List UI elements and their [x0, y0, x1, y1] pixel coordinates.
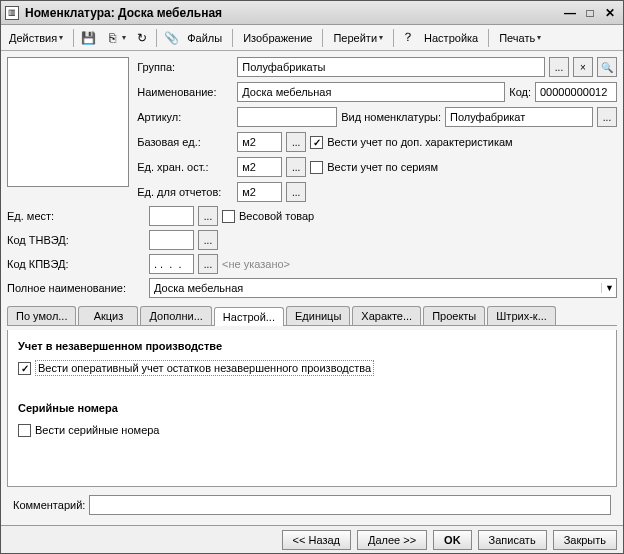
tab-default[interactable]: По умол... — [7, 306, 76, 325]
back-button[interactable]: << Назад — [282, 530, 351, 550]
refresh-icon[interactable]: ↻ — [134, 30, 150, 46]
group-clear-button[interactable]: × — [573, 57, 593, 77]
kpved-more-button[interactable]: ... — [198, 254, 218, 274]
group-label: Группа: — [137, 61, 233, 73]
print-menu[interactable]: Печать▾ — [495, 30, 545, 46]
nomtype-more-button[interactable]: ... — [597, 107, 617, 127]
repunit-label: Ед. для отчетов: — [137, 186, 233, 198]
baseunit-input[interactable] — [237, 132, 282, 152]
weight-checkbox[interactable] — [222, 210, 235, 223]
image-menu[interactable]: Изображение — [239, 30, 316, 46]
next-button[interactable]: Далее >> — [357, 530, 427, 550]
placeunit-more-button[interactable]: ... — [198, 206, 218, 226]
fullname-input[interactable]: Доска мебельная ▼ — [149, 278, 617, 298]
kpved-hint: <не указано> — [222, 258, 290, 270]
kpved-input[interactable] — [149, 254, 194, 274]
name-input[interactable] — [237, 82, 505, 102]
tnved-label: Код ТНВЭД: — [7, 234, 145, 246]
baseunit-more-button[interactable]: ... — [286, 132, 306, 152]
window-title: Номенклатура: Доска мебельная — [25, 6, 559, 20]
tnved-more-button[interactable]: ... — [198, 230, 218, 250]
actions-menu[interactable]: Действия▾ — [5, 30, 67, 46]
app-icon: ▥ — [5, 6, 19, 20]
wip-checkbox[interactable]: ✓ — [18, 362, 31, 375]
files-menu[interactable]: Файлы — [183, 30, 226, 46]
sku-label: Артикул: — [137, 111, 233, 123]
fullname-label: Полное наименование: — [7, 282, 145, 294]
baseunit-label: Базовая ед.: — [137, 136, 233, 148]
weight-label: Весовой товар — [239, 210, 314, 222]
repunit-input[interactable] — [237, 182, 282, 202]
tabs: По умол... Акциз Дополни... Настрой... Е… — [7, 306, 617, 326]
group-more-button[interactable]: ... — [549, 57, 569, 77]
toolbar: Действия▾ 💾 ⎘▾ ↻ 📎 Файлы Изображение Пер… — [1, 25, 623, 51]
series-checkbox[interactable] — [310, 161, 323, 174]
image-placeholder[interactable] — [7, 57, 129, 187]
nomtype-input[interactable] — [445, 107, 593, 127]
tab-barcodes[interactable]: Штрих-к... — [487, 306, 556, 325]
serials-label: Вести серийные номера — [35, 424, 159, 436]
tab-excise[interactable]: Акциз — [78, 306, 138, 325]
wip-label: Вести оперативный учет остатков незаверш… — [35, 360, 374, 376]
storunit-label: Ед. хран. ост.: — [137, 161, 233, 173]
goto-menu[interactable]: Перейти▾ — [329, 30, 387, 46]
window: ▥ Номенклатура: Доска мебельная — □ ✕ Де… — [0, 0, 624, 554]
save-icon[interactable]: 💾 — [80, 30, 96, 46]
attach-icon[interactable]: 📎 — [163, 30, 179, 46]
addlchars-label: Вести учет по доп. характеристикам — [327, 136, 512, 148]
tab-settings[interactable]: Настрой... — [214, 307, 284, 326]
nomtype-label: Вид номенклатуры: — [341, 111, 441, 123]
storunit-input[interactable] — [237, 157, 282, 177]
comment-input[interactable] — [89, 495, 611, 515]
tnved-input[interactable] — [149, 230, 194, 250]
group-input[interactable] — [237, 57, 545, 77]
sku-input[interactable] — [237, 107, 337, 127]
copy-icon[interactable]: ⎘▾ — [100, 28, 130, 48]
code-input[interactable] — [535, 82, 617, 102]
save-button[interactable]: Записать — [478, 530, 547, 550]
content: Группа: ... × 🔍 Наименование: Код: Артик… — [1, 51, 623, 525]
comment-label: Комментарий: — [13, 499, 85, 511]
placeunit-label: Ед. мест: — [7, 210, 145, 222]
bottom-bar: << Назад Далее >> OK Записать Закрыть — [1, 525, 623, 553]
close-window-button[interactable]: ✕ — [601, 5, 619, 21]
tab-projects[interactable]: Проекты — [423, 306, 485, 325]
titlebar: ▥ Номенклатура: Доска мебельная — □ ✕ — [1, 1, 623, 25]
serials-checkbox[interactable] — [18, 424, 31, 437]
maximize-button[interactable]: □ — [581, 5, 599, 21]
group-search-button[interactable]: 🔍 — [597, 57, 617, 77]
repunit-more-button[interactable]: ... — [286, 182, 306, 202]
tab-additional[interactable]: Дополни... — [140, 306, 211, 325]
addlchars-checkbox[interactable]: ✓ — [310, 136, 323, 149]
minimize-button[interactable]: — — [561, 5, 579, 21]
wip-section-title: Учет в незавершенном производстве — [18, 340, 606, 352]
help-icon[interactable]: ？ — [400, 30, 416, 46]
close-button[interactable]: Закрыть — [553, 530, 617, 550]
kpved-label: Код КПВЭД: — [7, 258, 145, 270]
tab-characteristics[interactable]: Характе... — [352, 306, 421, 325]
placeunit-input[interactable] — [149, 206, 194, 226]
name-label: Наименование: — [137, 86, 233, 98]
serials-section-title: Серийные номера — [18, 402, 606, 414]
tab-body: Учет в незавершенном производстве ✓ Вест… — [7, 330, 617, 487]
ok-button[interactable]: OK — [433, 530, 472, 550]
code-label: Код: — [509, 86, 531, 98]
series-label: Вести учет по сериям — [327, 161, 438, 173]
dropdown-icon: ▼ — [601, 283, 614, 293]
settings-menu[interactable]: Настройка — [420, 30, 482, 46]
storunit-more-button[interactable]: ... — [286, 157, 306, 177]
tab-units[interactable]: Единицы — [286, 306, 350, 325]
